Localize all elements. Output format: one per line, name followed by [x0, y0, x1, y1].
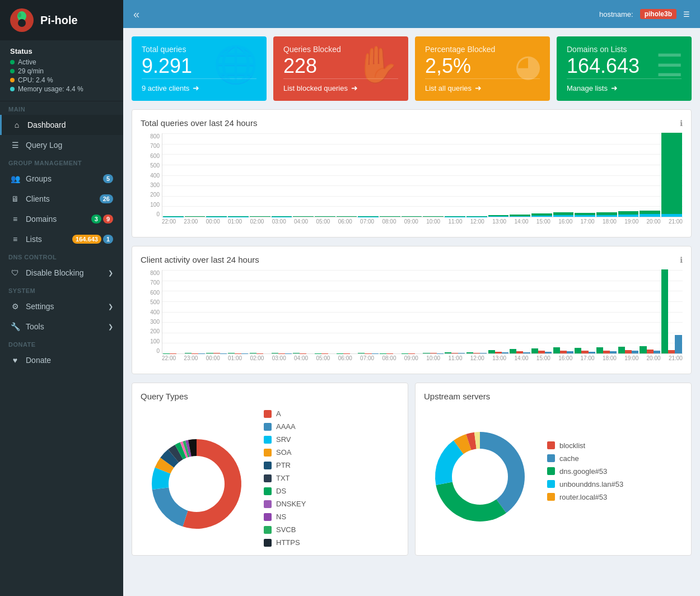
query-types-legend: A AAAA SRV SOA	[264, 409, 306, 547]
status-memory-label: Memory usage: 4.4 %	[18, 85, 83, 93]
hand-icon: ✋	[355, 44, 400, 86]
x-label-tq-19: 17:00	[581, 218, 595, 229]
sidebar-item-domains[interactable]: ≡ Domains 3 9	[0, 209, 123, 229]
legend-item-txt: TXT	[264, 474, 306, 482]
domains-on-lists-arrow: ➜	[611, 83, 618, 92]
nav-section-system: SYSTEM	[0, 283, 123, 296]
legend-color-cache	[547, 454, 555, 462]
x-label-ca-20: 18:00	[603, 355, 617, 365]
legend-color-dnskey	[264, 500, 272, 508]
bar-col-ca-17	[531, 348, 553, 353]
status-cpu-label: CPU: 2.4 %	[18, 76, 53, 84]
bar-col-ca-22	[639, 346, 661, 353]
bar-col-tq-17	[531, 213, 553, 217]
stat-card-total-queries[interactable]: Total queries 9.291 🌐 9 active clients ➜	[132, 36, 267, 101]
bar-col-tq-8	[336, 216, 358, 217]
sidebar-item-groups[interactable]: 👥 Groups 5	[0, 169, 123, 189]
bar-ca-red-13	[451, 353, 458, 353]
bar-ca-green-15	[488, 350, 495, 353]
sidebar-item-donate[interactable]: ♥ Donate	[0, 350, 123, 370]
sidebar-label-groups: Groups	[26, 174, 52, 183]
sidebar-item-dashboard[interactable]: ⌂ Dashboard	[0, 115, 123, 135]
bar-col-tq-5	[271, 216, 293, 217]
x-label-ca-19: 17:00	[581, 355, 595, 365]
client-activity-info-icon[interactable]: ℹ	[680, 255, 683, 264]
legend-label-a: A	[276, 409, 281, 418]
client-activity-y-labels: 800 700 600 500 400 300 200 100 0	[141, 270, 162, 354]
legend-item-unbounddns: unbounddns.lan#53	[547, 480, 623, 488]
bar-blocked-tq-23	[661, 214, 682, 217]
total-queries-footer-text: 9 active clients	[142, 84, 189, 92]
tools-chevron: ❯	[108, 323, 113, 330]
sidebar-item-query-log[interactable]: ☰ Query Log	[0, 135, 123, 155]
x-label-tq-1: 23:00	[184, 218, 198, 229]
x-label-ca-2: 00:00	[206, 355, 220, 365]
x-label-ca-18: 16:00	[558, 355, 572, 365]
x-label-tq-20: 18:00	[603, 218, 617, 229]
client-activity-chart-title: Client activity over last 24 hours ℹ	[141, 255, 683, 264]
sidebar-item-tools[interactable]: 🔧 Tools ❯	[0, 316, 123, 337]
bar-allowed-tq-4	[250, 216, 270, 217]
bar-ca-red-12	[430, 353, 437, 353]
status-active: Active	[10, 58, 113, 66]
sidebar-item-disable-blocking[interactable]: 🛡 Disable Blocking ❯	[0, 263, 123, 283]
bar-col-tq-4	[249, 216, 271, 217]
percentage-blocked-arrow: ➜	[475, 83, 482, 92]
bar-blocked-tq-21	[618, 215, 639, 217]
legend-item-srv: SRV	[264, 435, 306, 444]
sidebar-item-clients[interactable]: 🖥 Clients 26	[0, 189, 123, 209]
bar-ca-green-22	[640, 346, 646, 353]
x-label-ca-4: 02:00	[250, 355, 264, 365]
bar-col-tq-23	[661, 133, 683, 217]
legend-label-blocklist: blocklist	[559, 441, 585, 450]
upstream-servers-card: Upstream servers blocklist	[415, 383, 692, 556]
hostname-value: pihole3b	[640, 9, 676, 19]
svg-point-3	[18, 19, 26, 27]
svg-point-4	[169, 456, 225, 512]
bar-ca-green-23	[661, 269, 668, 353]
x-label-ca-11: 09:00	[404, 355, 418, 365]
x-label-tq-7: 05:00	[316, 218, 330, 229]
legend-color-dns-google	[547, 467, 555, 475]
lists-badge-blue: 1	[103, 235, 113, 244]
total-queries-info-icon[interactable]: ℹ	[680, 119, 683, 128]
main-area: « hostname: pihole3b ☰ Total queries 9.2…	[123, 0, 700, 596]
bar-col-tq-10	[379, 216, 401, 217]
bar-col-ca-23	[661, 269, 683, 353]
bar-allowed-tq-8	[337, 216, 357, 217]
legend-item-dns-google: dns.google#53	[547, 467, 623, 476]
query-types-svg	[141, 422, 253, 546]
x-label-ca-9: 07:00	[360, 355, 374, 365]
bar-ca-blue-15	[502, 352, 508, 353]
bar-ca-blue-21	[632, 351, 638, 353]
sidebar-label-domains: Domains	[26, 215, 57, 224]
sidebar-item-lists[interactable]: ≡ Lists 164.643 1	[0, 229, 123, 249]
query-types-card: Query Types A	[132, 383, 408, 556]
stat-card-domains-on-lists[interactable]: Domains on Lists 164.643 ☰ Manage lists …	[557, 36, 692, 101]
bar-ca-green-6	[293, 353, 300, 353]
domains-on-lists-footer-text: Manage lists	[567, 84, 608, 92]
sidebar-label-clients: Clients	[26, 194, 50, 203]
domains-badge-red: 9	[103, 215, 113, 224]
sidebar-label-donate: Donate	[26, 356, 51, 365]
legend-color-soa	[264, 449, 272, 457]
bar-ca-green-19	[575, 348, 581, 353]
sidebar-item-settings[interactable]: ⚙ Settings ❯	[0, 296, 123, 316]
bar-col-ca-2	[206, 353, 227, 353]
x-label-tq-17: 15:00	[536, 218, 550, 229]
stat-card-queries-blocked[interactable]: Queries Blocked 228 ✋ List blocked queri…	[273, 36, 408, 101]
bar-col-ca-19	[574, 348, 596, 353]
hamburger-icon[interactable]: ☰	[683, 10, 690, 18]
tools-icon: 🔧	[10, 322, 20, 331]
bar-col-tq-16	[509, 215, 531, 217]
legend-item-https: HTTPS	[264, 538, 306, 547]
clients-icon: 🖥	[10, 194, 20, 203]
legend-label-unbounddns: unbounddns.lan#53	[559, 480, 623, 488]
x-label-ca-5: 03:00	[272, 355, 286, 365]
heart-icon: ♥	[10, 356, 20, 365]
hostname-label: hostname:	[599, 10, 633, 18]
legend-color-ds	[264, 487, 272, 495]
stat-card-percentage-blocked[interactable]: Percentage Blocked 2,5% ◕ List all queri…	[415, 36, 550, 101]
sidebar-toggle-icon[interactable]: «	[133, 8, 139, 21]
legend-label-router-local: router.local#53	[559, 493, 607, 501]
